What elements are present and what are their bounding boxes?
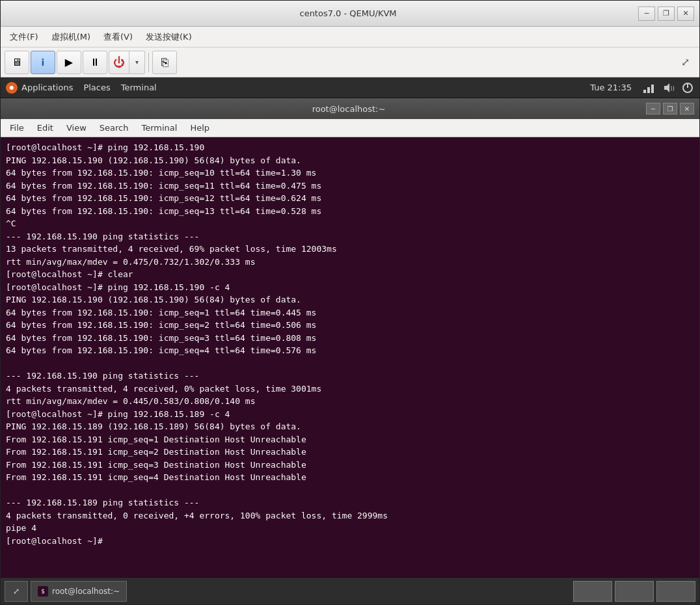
bottom-expand-icon: ⤢ bbox=[13, 587, 20, 596]
menu-send-key[interactable]: 发送按键(K) bbox=[139, 29, 198, 46]
info-button[interactable]: i bbox=[31, 51, 55, 74]
toolbar: 🖥 i ▶ ⏸ ⏻ ▾ ⎘ ⤢ bbox=[1, 47, 699, 77]
usb-button[interactable]: ⎘ bbox=[152, 51, 177, 74]
term-menu-view[interactable]: View bbox=[60, 121, 93, 135]
terminal-title-bar: root@localhost:~ − ❐ ✕ bbox=[1, 98, 699, 119]
power-icon: ⏻ bbox=[113, 55, 125, 69]
svg-text:)))): )))) bbox=[670, 85, 675, 92]
monitor-button[interactable]: 🖥 bbox=[5, 51, 29, 74]
term-menu-edit[interactable]: Edit bbox=[31, 121, 60, 135]
usb-icon: ⎘ bbox=[161, 55, 168, 69]
window-title: centos7.0 - QEMU/KVM bbox=[58, 8, 638, 18]
bottom-task-terminal[interactable]: $ root@localhost:~ bbox=[31, 581, 127, 602]
svg-rect-1 bbox=[647, 87, 650, 93]
bottom-btn-2[interactable] bbox=[615, 581, 654, 602]
bottom-btn-1[interactable] bbox=[573, 581, 612, 602]
apps-icon: ● bbox=[6, 82, 18, 94]
terminal-content[interactable]: [root@localhost ~]# ping 192.168.15.190 … bbox=[1, 137, 699, 577]
system-time: Tue 21:35 bbox=[590, 83, 632, 92]
play-button[interactable]: ▶ bbox=[57, 51, 81, 74]
terminal-title: root@localhost:~ bbox=[51, 104, 646, 114]
pause-icon: ⏸ bbox=[90, 56, 100, 68]
restore-button[interactable]: ❐ bbox=[658, 7, 675, 21]
svg-rect-0 bbox=[643, 90, 646, 93]
minimize-button[interactable]: − bbox=[638, 7, 655, 21]
term-menu-file[interactable]: File bbox=[3, 121, 31, 135]
play-icon: ▶ bbox=[65, 56, 73, 68]
bottom-task-icon: $ bbox=[38, 586, 48, 597]
terminal-output: [root@localhost ~]# ping 192.168.15.190 … bbox=[6, 141, 694, 547]
svg-marker-3 bbox=[664, 83, 669, 92]
toolbar-separator bbox=[148, 53, 149, 72]
power-group: ⏻ ▾ bbox=[109, 51, 145, 74]
terminal-label[interactable]: Terminal bbox=[121, 83, 157, 92]
power-dropdown[interactable]: ▾ bbox=[129, 51, 145, 74]
title-bar-controls: − ❐ ✕ bbox=[638, 7, 694, 21]
title-bar: centos7.0 - QEMU/KVM − ❐ ✕ bbox=[1, 1, 699, 27]
expand-icon: ⤢ bbox=[681, 56, 690, 68]
bottom-task-label: root@localhost:~ bbox=[52, 587, 120, 596]
applications-label[interactable]: Applications bbox=[21, 83, 73, 92]
monitor-icon: 🖥 bbox=[12, 56, 22, 68]
menu-view[interactable]: 查看(V) bbox=[97, 29, 139, 46]
applications-menu: ● Applications bbox=[6, 82, 73, 94]
bottom-expand-button[interactable]: ⤢ bbox=[5, 581, 28, 602]
bottom-bar: ⤢ $ root@localhost:~ bbox=[1, 577, 699, 604]
term-menu-search[interactable]: Search bbox=[93, 121, 135, 135]
terminal-menu-bar: File Edit View Search Terminal Help bbox=[1, 119, 699, 137]
menu-machine[interactable]: 虚拟机(M) bbox=[45, 29, 97, 46]
close-button[interactable]: ✕ bbox=[677, 7, 694, 21]
power-button[interactable]: ⏻ bbox=[109, 51, 129, 74]
menu-bar: 文件(F) 虚拟机(M) 查看(V) 发送按键(K) bbox=[1, 27, 699, 47]
term-restore-button[interactable]: ❐ bbox=[663, 103, 677, 114]
bottom-btn-3[interactable] bbox=[656, 581, 695, 602]
system-tray: )))) bbox=[642, 81, 694, 94]
terminal-window: root@localhost:~ − ❐ ✕ File Edit View Se… bbox=[1, 98, 699, 577]
volume-icon: )))) bbox=[662, 81, 675, 94]
terminal-controls: − ❐ ✕ bbox=[646, 103, 694, 114]
bottom-right-buttons bbox=[573, 581, 695, 602]
term-menu-help[interactable]: Help bbox=[183, 121, 216, 135]
pause-button[interactable]: ⏸ bbox=[83, 51, 107, 74]
chevron-down-icon: ▾ bbox=[135, 59, 139, 66]
term-close-button[interactable]: ✕ bbox=[680, 103, 694, 114]
outer-window: centos7.0 - QEMU/KVM − ❐ ✕ 文件(F) 虚拟机(M) … bbox=[0, 0, 700, 605]
system-bar: ● Applications Places Terminal Tue 21:35… bbox=[1, 77, 699, 98]
network-icon bbox=[642, 81, 655, 94]
menu-file[interactable]: 文件(F) bbox=[3, 29, 45, 46]
places-label[interactable]: Places bbox=[83, 83, 110, 92]
term-minimize-button[interactable]: − bbox=[646, 103, 660, 114]
system-power-icon[interactable] bbox=[681, 81, 694, 94]
svg-rect-2 bbox=[651, 85, 654, 93]
apps-logo: ● bbox=[10, 85, 14, 90]
info-icon: i bbox=[42, 57, 45, 68]
expand-button[interactable]: ⤢ bbox=[675, 52, 695, 73]
term-menu-terminal[interactable]: Terminal bbox=[135, 121, 183, 135]
